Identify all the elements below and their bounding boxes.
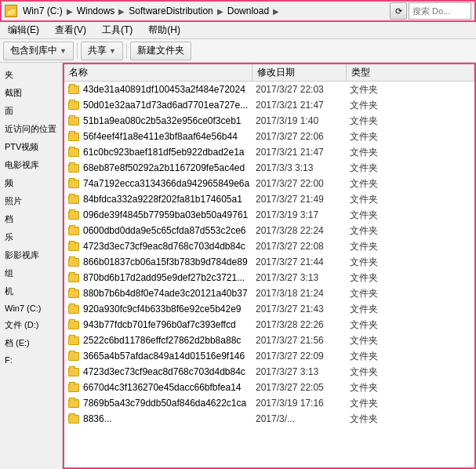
sidebar-item-music[interactable]: 乐 (0, 228, 62, 246)
breadcrumb-item-download[interactable]: Download (225, 5, 271, 17)
cell-type: 文件夹 (350, 209, 474, 222)
menu-bar: 编辑(E) 查看(V) 工具(T) 帮助(H) (0, 22, 476, 39)
menu-view[interactable]: 查看(V) (50, 22, 91, 38)
cell-type: 文件夹 (350, 256, 474, 269)
folder-icon: 📁 (5, 5, 17, 17)
cell-date: 2017/3/27 22:09 (256, 351, 350, 362)
cell-name: 0600dbd0dda9e5c65cfda87d553c2ce6 (83, 225, 256, 236)
sidebar-item-2[interactable]: 面 (0, 102, 62, 120)
cell-date: 2017/3/27 21:44 (256, 256, 350, 267)
breadcrumb: Win7 (C:) ▶ Windows ▶ SoftwareDistributi… (20, 5, 387, 17)
table-row[interactable]: 920a930fc9cf4b633b8f6e92ce5b42e9 2017/3/… (64, 301, 474, 317)
sidebar-item-ptv[interactable]: PTV视频 (0, 138, 62, 156)
cell-name: 56f4eef4f1a8e411e3bf8aaf64e56b44 (83, 131, 256, 142)
table-row[interactable]: 866b01837cb06a15f3b783b9d784de89 2017/3/… (64, 254, 474, 270)
sidebar-item-e[interactable]: 档 (E:) (0, 334, 62, 352)
table-row[interactable]: 096de39f4845b77959ba03eb50a49761 2017/3/… (64, 207, 474, 223)
sidebar-item-group[interactable]: 组 (0, 264, 62, 282)
file-list-body[interactable]: 43de31a40891df100453a2f484e72024 2017/3/… (64, 82, 474, 467)
sidebar-item-docs[interactable]: 档 (0, 210, 62, 228)
sidebar-item-movies[interactable]: 电影视库 (0, 156, 62, 174)
cell-type: 文件夹 (350, 115, 474, 128)
cell-date: 2017/3/27 3:13 (256, 272, 350, 283)
share-button[interactable]: 共享 ▼ (81, 42, 123, 60)
toolbar-separator-1 (77, 43, 78, 59)
table-row[interactable]: 51b1a9ea080c2b5a32e956ce0f3ceb1 2017/3/1… (64, 113, 474, 129)
include-library-button[interactable]: 包含到库中 ▼ (3, 42, 74, 60)
cell-date: 2017/3/27 3:13 (256, 366, 350, 377)
file-list-container: 名称 修改日期 类型 43de31a40891df100453a2f484e72… (63, 63, 476, 469)
menu-help[interactable]: 帮助(H) (144, 22, 185, 38)
table-row[interactable]: 943b77fdcb701fe796b0af7c393effcd 2017/3/… (64, 317, 474, 333)
table-row[interactable]: 50d01e32aa71d73ad6ad7701ea727e... 2017/3… (64, 97, 474, 113)
file-icon (67, 397, 80, 409)
file-icon (67, 350, 80, 362)
cell-date: 2017/3/27 22:05 (256, 382, 350, 393)
sidebar-item-recent[interactable]: 近访问的位置 (0, 120, 62, 138)
sidebar-item-f[interactable]: F: (0, 352, 62, 368)
cell-date: 2017/3/... (256, 413, 350, 424)
table-row[interactable]: 0600dbd0dda9e5c65cfda87d553c2ce6 2017/3/… (64, 223, 474, 238)
cell-date: 2017/3/19 17:16 (256, 398, 350, 409)
sidebar-item-1[interactable]: 截图 (0, 84, 62, 102)
sidebar-item-photos[interactable]: 照片 (0, 192, 62, 210)
table-row[interactable]: 68eb87e8f50292a2b1167209fe5ac4ed 2017/3/… (64, 160, 474, 176)
table-row[interactable]: 4723d3ec73cf9eac8d768c703d4db84c 2017/3/… (64, 364, 474, 380)
breadcrumb-item-windows[interactable]: Windows (74, 5, 118, 17)
address-right-controls: ⟳ (390, 2, 471, 20)
cell-date: 2017/3/28 22:26 (256, 319, 350, 330)
table-row[interactable]: 74a7192ecca3134366da942965849e6a 2017/3/… (64, 176, 474, 191)
table-row[interactable]: 8836... 2017/3/... 文件夹 (64, 411, 474, 427)
cell-name: 4723d3ec73cf9eac8d768c703d4db84c (83, 241, 256, 252)
col-header-date[interactable]: 修改日期 (253, 64, 347, 81)
table-row[interactable]: 6670d4c3f136270e45dacc66bfbfea14 2017/3/… (64, 380, 474, 395)
cell-name: 870bd6b17d2add95e9def27b2c3721... (83, 272, 256, 283)
sidebar-item-d[interactable]: 文件 (D:) (0, 316, 62, 334)
cell-type: 文件夹 (350, 83, 474, 96)
breadcrumb-arrow-3: ▶ (217, 7, 223, 16)
menu-tools[interactable]: 工具(T) (97, 22, 137, 38)
menu-edit[interactable]: 编辑(E) (3, 22, 44, 38)
cell-date: 2017/3/27 21:49 (256, 194, 350, 205)
search-input[interactable] (409, 2, 471, 20)
table-row[interactable]: 43de31a40891df100453a2f484e72024 2017/3/… (64, 82, 474, 97)
cell-date: 2017/3/27 22:08 (256, 241, 350, 252)
sidebar-item-freq[interactable]: 频 (0, 174, 62, 192)
file-icon (67, 99, 80, 111)
table-row[interactable]: 7869b5a43c79ddb50af846da4622c1ca 2017/3/… (64, 395, 474, 411)
sidebar-item-0[interactable]: 夹 (0, 66, 62, 84)
breadcrumb-arrow-1: ▶ (67, 7, 73, 16)
breadcrumb-item-softwaredist[interactable]: SoftwareDistribution (126, 5, 215, 17)
table-row[interactable]: 880b7b6b4d8f0e74ade3c20121a40b37 2017/3/… (64, 285, 474, 301)
cell-type: 文件夹 (350, 397, 474, 410)
table-row[interactable]: 870bd6b17d2add95e9def27b2c3721... 2017/3… (64, 270, 474, 285)
file-icon (67, 146, 80, 158)
file-icon (67, 115, 80, 127)
file-icon (67, 287, 80, 300)
new-folder-button[interactable]: 新建文件夹 (130, 42, 191, 60)
toolbar: 包含到库中 ▼ 共享 ▼ 新建文件夹 (0, 39, 476, 63)
cell-name: 74a7192ecca3134366da942965849e6a (83, 178, 256, 189)
cell-type: 文件夹 (350, 240, 474, 253)
table-row[interactable]: 61c0bc923baef181df5eb922dbad2e1a 2017/3/… (64, 144, 474, 160)
cell-type: 文件夹 (350, 350, 474, 363)
table-row[interactable]: 4723d3ec73cf9eac8d768c703d4db84c 2017/3/… (64, 238, 474, 254)
col-header-type[interactable]: 类型 (347, 64, 474, 81)
file-icon (67, 130, 80, 143)
sidebar-item-computer[interactable]: 机 (0, 282, 62, 300)
cell-name: 6670d4c3f136270e45dacc66bfbfea14 (83, 382, 256, 393)
sidebar-item-win7c[interactable]: Win7 (C:) (0, 300, 62, 316)
file-icon (67, 209, 80, 221)
cell-date: 2017/3/27 21:43 (256, 304, 350, 314)
col-header-name[interactable]: 名称 (64, 64, 253, 81)
refresh-button[interactable]: ⟳ (390, 2, 407, 20)
table-row[interactable]: 2522c6bd11786effcf27862d2bb8a88c 2017/3/… (64, 333, 474, 348)
table-row[interactable]: 56f4eef4f1a8e411e3bf8aaf64e56b44 2017/3/… (64, 129, 474, 144)
sidebar: 夹 截图 面 近访问的位置 PTV视频 电影视库 频 照片 档 乐 影影视库 组… (0, 63, 63, 469)
include-library-label: 包含到库中 (10, 44, 57, 57)
breadcrumb-item-win7[interactable]: Win7 (C:) (20, 5, 65, 17)
table-row[interactable]: 84bfdca332a9228f202fa81b174605a1 2017/3/… (64, 191, 474, 207)
cell-name: 84bfdca332a9228f202fa81b174605a1 (83, 194, 256, 205)
table-row[interactable]: 3665a4b57afdac849a14d01516e9f146 2017/3/… (64, 348, 474, 364)
sidebar-item-video-lib[interactable]: 影影视库 (0, 246, 62, 264)
